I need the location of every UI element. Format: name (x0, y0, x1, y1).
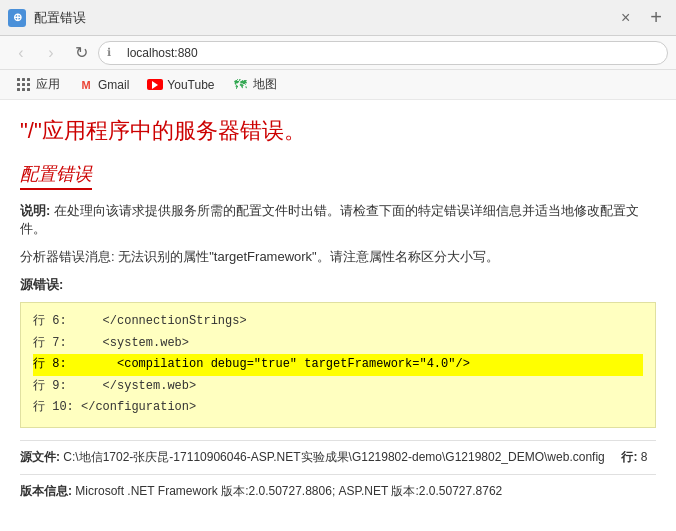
gmail-icon: M (78, 77, 94, 93)
code-line-6: 行 6: </connectionStrings> (33, 311, 643, 333)
version-info: 版本信息: Microsoft .NET Framework 版本:2.0.50… (20, 474, 656, 500)
tab-close-button[interactable]: × (615, 7, 636, 29)
page-content: "/"应用程序中的服务器错误。 配置错误 说明: 在处理向该请求提供服务所需的配… (0, 100, 676, 531)
description-section: 说明: 在处理向该请求提供服务所需的配置文件时出错。请检查下面的特定错误详细信息… (20, 202, 656, 238)
title-bar: ⊕ 配置错误 × + (0, 0, 676, 36)
server-error-title: "/"应用程序中的服务器错误。 (20, 116, 656, 146)
file-label: 源文件: (20, 450, 60, 464)
bookmark-gmail[interactable]: M Gmail (70, 74, 137, 96)
forward-button[interactable]: › (38, 40, 64, 66)
nav-bar: ‹ › ↻ ℹ localhost:880 (0, 36, 676, 70)
code-line-7: 行 7: <system.web> (33, 333, 643, 355)
refresh-button[interactable]: ↻ (68, 40, 94, 66)
version-text: Microsoft .NET Framework 版本:2.0.50727.88… (75, 484, 502, 498)
apps-icon (16, 77, 32, 93)
address-info-icon: ℹ (107, 46, 111, 59)
code-line-10: 行 10: </configuration> (33, 397, 643, 419)
tab-title: 配置错误 (34, 9, 607, 27)
address-text: localhost:880 (127, 46, 198, 60)
bookmark-apps[interactable]: 应用 (8, 73, 68, 96)
address-bar[interactable]: ℹ localhost:880 (98, 41, 668, 65)
analysis-text: 无法识别的属性"targetFramework"。请注意属性名称区分大小写。 (118, 249, 498, 264)
analysis-section: 分析器错误消息: 无法识别的属性"targetFramework"。请注意属性名… (20, 248, 656, 266)
description-text: 在处理向该请求提供服务所需的配置文件时出错。请检查下面的特定错误详细信息并适当地… (20, 203, 639, 236)
browser-icon: ⊕ (8, 9, 26, 27)
file-line-label: 行: (621, 450, 637, 464)
gmail-label: Gmail (98, 78, 129, 92)
bookmark-maps[interactable]: 🗺 地图 (225, 73, 285, 96)
youtube-label: YouTube (167, 78, 214, 92)
description-label: 说明: (20, 203, 50, 218)
config-error-heading: 配置错误 (20, 162, 92, 190)
code-line-9: 行 9: </system.web> (33, 376, 643, 398)
back-button[interactable]: ‹ (8, 40, 34, 66)
new-tab-button[interactable]: + (644, 4, 668, 31)
file-info: 源文件: C:\地信1702-张庆昆-17110906046-ASP.NET实验… (20, 440, 656, 466)
bookmarks-bar: 应用 M Gmail YouTube 🗺 地图 (0, 70, 676, 100)
bookmark-youtube[interactable]: YouTube (139, 74, 222, 96)
youtube-icon (147, 77, 163, 93)
version-label: 版本信息: (20, 484, 72, 498)
code-line-8: 行 8: <compilation debug="true" targetFra… (33, 354, 643, 376)
apps-label: 应用 (36, 76, 60, 93)
code-block: 行 6: </connectionStrings> 行 7: <system.w… (20, 302, 656, 428)
maps-icon: 🗺 (233, 77, 249, 93)
source-label: 源错误: (20, 276, 656, 294)
analysis-label: 分析器错误消息: (20, 249, 115, 264)
maps-label: 地图 (253, 76, 277, 93)
file-path: C:\地信1702-张庆昆-17110906046-ASP.NET实验成果\G1… (63, 450, 604, 464)
file-line-number: 8 (641, 450, 648, 464)
